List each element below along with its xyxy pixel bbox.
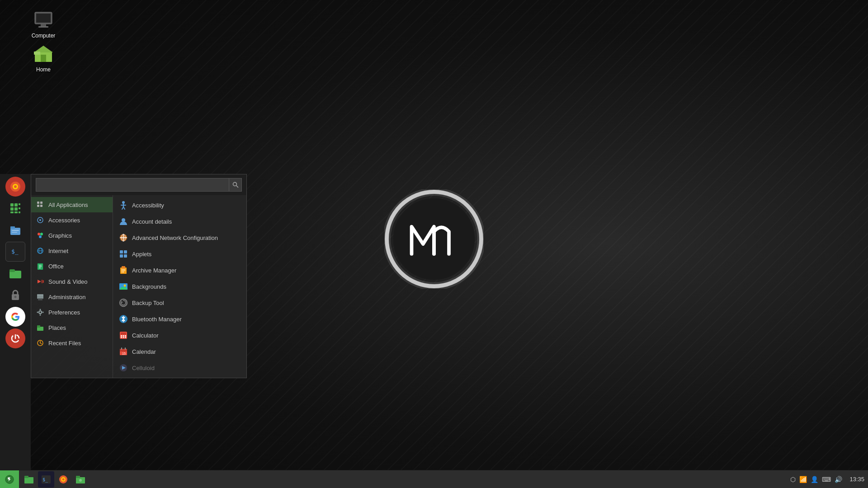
svg-rect-111 [24, 476, 28, 478]
app-bluetooth-manager[interactable]: Bluetooth Manager [113, 311, 246, 327]
svg-marker-52 [38, 280, 41, 283]
computer-icon-label: Computer [32, 33, 56, 39]
taskbar-app-files[interactable] [21, 471, 37, 488]
svg-rect-15 [14, 203, 18, 206]
svg-line-35 [236, 186, 238, 188]
svg-point-43 [40, 233, 43, 235]
launcher-power[interactable] [5, 328, 25, 348]
svg-point-60 [40, 314, 41, 316]
svg-point-116 [62, 478, 65, 480]
category-internet[interactable]: Internet [31, 243, 113, 258]
category-office[interactable]: Office [31, 258, 113, 274]
svg-rect-79 [124, 250, 127, 253]
category-sound-video[interactable]: Sound & Video [31, 274, 113, 289]
svg-rect-20 [19, 203, 20, 205]
taskbar-tray: ⬡ 📶 👤 ⌨ 🔊 13:35 [790, 476, 868, 483]
category-administration[interactable]: Administration [31, 289, 113, 305]
launcher-terminal[interactable]: $_ [5, 242, 25, 262]
svg-rect-103 [120, 349, 127, 352]
svg-rect-81 [124, 254, 127, 258]
desktop-icon-computer[interactable]: Computer [25, 9, 61, 39]
svg-rect-110 [24, 477, 33, 483]
app-account-details[interactable]: Account details [113, 213, 246, 230]
app-advanced-network[interactable]: Advanced Network Configuration [113, 230, 246, 246]
home-icon-label: Home [36, 66, 51, 73]
launcher-folder[interactable] [5, 263, 25, 283]
category-preferences[interactable]: Preferences [31, 305, 113, 320]
svg-rect-16 [10, 207, 14, 211]
tray-user[interactable]: 👤 [811, 476, 818, 483]
taskbar-app-folder[interactable] [72, 471, 89, 488]
svg-point-119 [79, 479, 82, 482]
svg-rect-56 [37, 295, 43, 296]
tray-network[interactable]: 📶 [799, 476, 807, 483]
svg-rect-18 [10, 211, 14, 213]
taskbar-start-button[interactable] [0, 470, 19, 488]
app-backgrounds[interactable]: Backgrounds [113, 278, 246, 295]
desktop-icon-home[interactable]: Home [25, 43, 61, 73]
launcher-apps[interactable] [5, 198, 25, 218]
search-button[interactable] [229, 178, 242, 192]
taskbar-app-terminal[interactable]: $_ [38, 471, 54, 488]
svg-point-88 [124, 285, 126, 287]
svg-rect-97 [123, 335, 124, 337]
svg-rect-37 [40, 202, 42, 204]
launcher-lock[interactable] [5, 285, 25, 305]
svg-rect-14 [10, 203, 14, 206]
tray-keyboard[interactable]: ⌨ [822, 476, 831, 483]
svg-rect-26 [12, 232, 17, 233]
svg-point-42 [38, 233, 40, 235]
svg-rect-80 [120, 254, 123, 258]
svg-text:15: 15 [122, 352, 126, 355]
svg-line-72 [123, 207, 125, 209]
app-menu-search-bar [31, 174, 246, 195]
category-recent[interactable]: Recent Files [31, 335, 113, 351]
category-all[interactable]: All Applications [31, 197, 113, 212]
launcher-files[interactable] [5, 220, 25, 240]
app-calendar[interactable]: 15 Calendar [113, 343, 246, 360]
launcher-google[interactable] [5, 307, 25, 327]
app-celluloid[interactable]: Celluloid [113, 360, 246, 376]
mint-logo [384, 189, 484, 289]
svg-point-59 [40, 309, 41, 310]
svg-rect-10 [41, 55, 46, 62]
tray-volume[interactable]: 🔊 [835, 476, 842, 483]
svg-rect-57 [38, 300, 42, 300]
svg-rect-95 [121, 333, 126, 334]
svg-rect-64 [37, 325, 40, 328]
search-input[interactable] [36, 178, 229, 192]
svg-rect-24 [10, 226, 15, 229]
tray-bluetooth[interactable]: ⬡ [790, 476, 796, 483]
svg-rect-98 [125, 335, 126, 337]
svg-rect-53 [42, 280, 42, 283]
svg-rect-19 [14, 211, 18, 213]
taskbar-app-firefox[interactable] [55, 471, 71, 488]
svg-text:$_: $_ [42, 477, 48, 483]
svg-rect-17 [14, 207, 18, 211]
category-places[interactable]: Places [31, 320, 113, 335]
svg-rect-29 [9, 269, 15, 272]
svg-rect-105 [125, 347, 126, 350]
app-accessibility[interactable]: Accessibility [113, 197, 246, 213]
svg-rect-36 [37, 202, 39, 204]
svg-rect-104 [121, 347, 122, 350]
svg-point-61 [37, 312, 38, 313]
category-graphics[interactable]: Graphics [31, 228, 113, 243]
svg-rect-38 [37, 205, 39, 207]
app-archive-manager[interactable]: Archive Manager [113, 262, 246, 278]
app-backup-tool[interactable]: Backup Tool [113, 295, 246, 311]
app-calculator[interactable]: Calculator [113, 327, 246, 343]
app-menu-body: All Applications Accessories [31, 195, 246, 378]
svg-rect-9 [34, 52, 40, 55]
launcher-sidebar: $_ [0, 174, 31, 470]
category-accessories[interactable]: Accessories [31, 212, 113, 228]
app-applets[interactable]: Applets [113, 246, 246, 262]
svg-rect-96 [121, 335, 122, 337]
svg-point-62 [42, 312, 44, 313]
svg-rect-101 [125, 337, 126, 338]
launcher-firefox[interactable] [5, 177, 25, 197]
svg-point-34 [233, 183, 236, 186]
svg-rect-55 [37, 294, 43, 299]
svg-rect-5 [41, 24, 46, 26]
svg-rect-6 [38, 26, 48, 28]
